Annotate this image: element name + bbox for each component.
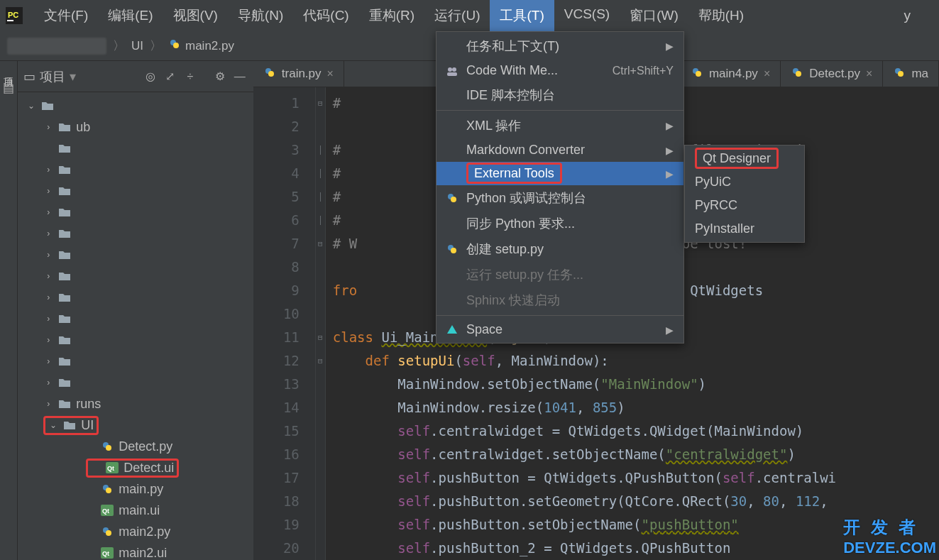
menu-10[interactable]: 帮助(H)	[688, 0, 754, 32]
menubar: PC 文件(F)编辑(E)视图(V)导航(N)代码(C)重构(R)运行(U)工具…	[0, 0, 939, 31]
collapse-icon[interactable]: ÷	[182, 69, 198, 84]
expand-icon[interactable]: ⤢	[163, 69, 178, 84]
menu-7[interactable]: 工具(T)	[490, 0, 554, 32]
tree-item-main2.ui[interactable]: Qtmain2.ui	[18, 542, 253, 560]
submenu-item[interactable]: PyUiC	[685, 170, 804, 194]
close-icon[interactable]: ×	[327, 67, 334, 80]
svg-marker-34	[447, 325, 457, 334]
submenu-item[interactable]: PyInstaller	[685, 217, 804, 241]
submenu-arrow-icon: ▶	[666, 40, 674, 52]
menu-item[interactable]: 创建 setup.py	[436, 236, 683, 262]
tree-item-UI[interactable]: ⌄UI	[18, 414, 253, 436]
tree-item-Detect.ui[interactable]: QtDetect.ui	[18, 457, 253, 478]
chevron-down-icon[interactable]: ⌄	[26, 101, 36, 111]
svg-point-28	[452, 67, 456, 72]
breadcrumb-ui[interactable]: UI	[131, 39, 143, 53]
chevron-right-icon[interactable]: ›	[43, 378, 53, 388]
highlight-box: Qt Designer	[695, 148, 779, 169]
tree-item-4[interactable]: ›	[18, 180, 253, 202]
menu-4[interactable]: 代码(C)	[293, 0, 358, 32]
minimize-icon[interactable]: —	[232, 69, 248, 84]
chevron-right-icon[interactable]: ›	[43, 271, 53, 281]
chevron-right-icon[interactable]: ›	[43, 229, 53, 238]
python-icon	[168, 38, 181, 54]
editor-tab[interactable]: main4.py×	[681, 61, 781, 87]
tree-item-0[interactable]: ⌄	[18, 95, 253, 116]
dropdown-arrow-icon[interactable]: ▾	[70, 69, 76, 84]
close-icon[interactable]: ×	[764, 67, 770, 80]
menu-item[interactable]: 任务和上下文(T)▶	[436, 33, 683, 59]
external-tools-submenu[interactable]: Qt DesignerPyUiCPyRCCPyInstaller	[684, 145, 805, 243]
fold-gutter[interactable]: ⊟││││⊟⊟⊟	[316, 87, 326, 560]
svg-point-27	[448, 67, 452, 72]
target-icon[interactable]: ◎	[143, 69, 158, 84]
editor-tab[interactable]: train.py×	[253, 61, 344, 87]
svg-point-10	[106, 488, 111, 493]
tree-label: UI	[81, 418, 94, 433]
menu-9[interactable]: 窗口(W)	[620, 0, 688, 32]
chevron-right-icon[interactable]: ›	[43, 292, 53, 302]
menu-item-label: Space	[466, 322, 659, 337]
menu-0[interactable]: 文件(F)	[34, 0, 98, 32]
gear-icon[interactable]: ⚙	[212, 69, 228, 84]
chevron-right-icon[interactable]: ›	[43, 356, 53, 366]
chevron-right-icon[interactable]: ›	[43, 186, 53, 196]
chevron-right-icon[interactable]: ›	[43, 335, 53, 345]
menu-3[interactable]: 导航(N)	[228, 0, 293, 32]
chevron-right-icon[interactable]: ›	[43, 207, 53, 217]
tree-item-Detect.py[interactable]: Detect.py	[18, 436, 253, 457]
chevron-right-icon[interactable]: ›	[43, 122, 53, 132]
tree-item-3[interactable]: ›	[18, 159, 253, 180]
tree-item-12[interactable]: ›	[18, 351, 253, 372]
tree-item-main.py[interactable]: main.py	[18, 478, 253, 500]
menu-item[interactable]: Space▶	[436, 318, 683, 341]
menu-item[interactable]: IDE 脚本控制台	[436, 82, 683, 108]
chevron-right-icon[interactable]: ›	[43, 399, 53, 409]
close-icon[interactable]: ×	[866, 67, 872, 80]
tab-label: Detect.py	[809, 67, 860, 81]
menu-2[interactable]: 视图(V)	[163, 0, 228, 32]
tree-item-main.ui[interactable]: Qtmain.ui	[18, 500, 253, 521]
menu-5[interactable]: 重构(R)	[359, 0, 424, 32]
menu-item[interactable]: Python 或调试控制台	[436, 185, 683, 211]
tree-item-8[interactable]: ›	[18, 265, 253, 287]
menu-item[interactable]: XML 操作▶	[436, 113, 683, 138]
tools-menu[interactable]: 任务和上下文(T)▶Code With Me...Ctrl+Shift+YIDE…	[436, 31, 684, 344]
menu-item[interactable]: Markdown Converter▶	[436, 138, 683, 162]
file-icon[interactable]: ▤	[3, 81, 14, 96]
tree-item-13[interactable]: ›	[18, 372, 253, 393]
project-tree[interactable]: ⌄›ub››››››››››››runs⌄UIDetect.pyQtDetect…	[18, 92, 253, 560]
tree-item-2[interactable]	[18, 138, 253, 159]
tree-item-6[interactable]: ›	[18, 223, 253, 244]
editor-tab[interactable]: ma	[883, 61, 939, 87]
breadcrumb-main2py[interactable]: main2.py	[168, 38, 234, 54]
tree-item-7[interactable]: ›	[18, 244, 253, 265]
menu-item-label: Markdown Converter	[466, 143, 659, 158]
submenu-arrow-icon: ▶	[666, 168, 674, 180]
python-icon	[791, 66, 803, 82]
tree-label: Detect.ui	[123, 461, 174, 476]
tree-item-5[interactable]: ›	[18, 202, 253, 223]
tree-item-ub[interactable]: ›ub	[18, 116, 253, 138]
menu-item[interactable]: Code With Me...Ctrl+Shift+Y	[436, 59, 683, 82]
chevron-right-icon[interactable]: ›	[43, 165, 53, 175]
menu-8[interactable]: VCS(S)	[554, 0, 620, 32]
chevron-down-icon[interactable]: ⌄	[48, 420, 58, 430]
line-gutter[interactable]: 1234567891011121314151617181920	[253, 87, 316, 560]
menu-item[interactable]: External Tools▶	[436, 162, 683, 185]
tree-item-9[interactable]: ›	[18, 287, 253, 308]
tree-item-main2.py[interactable]: main2.py	[18, 521, 253, 542]
svg-rect-2	[7, 20, 13, 21]
menu-item[interactable]: 同步 Python 要求...	[436, 211, 683, 236]
tree-item-10[interactable]: ›	[18, 308, 253, 329]
tree-item-runs[interactable]: ›runs	[18, 393, 253, 414]
chevron-right-icon[interactable]: ›	[43, 314, 53, 324]
tree-item-11[interactable]: ›	[18, 329, 253, 351]
editor-tab[interactable]: Detect.py×	[781, 61, 883, 87]
menu-6[interactable]: 运行(U)	[424, 0, 490, 32]
submenu-item[interactable]: PyRCC	[685, 194, 804, 217]
menu-1[interactable]: 编辑(E)	[98, 0, 163, 32]
svg-text:Qt: Qt	[107, 465, 114, 472]
chevron-right-icon[interactable]: ›	[43, 250, 53, 260]
submenu-item[interactable]: Qt Designer	[685, 147, 804, 170]
